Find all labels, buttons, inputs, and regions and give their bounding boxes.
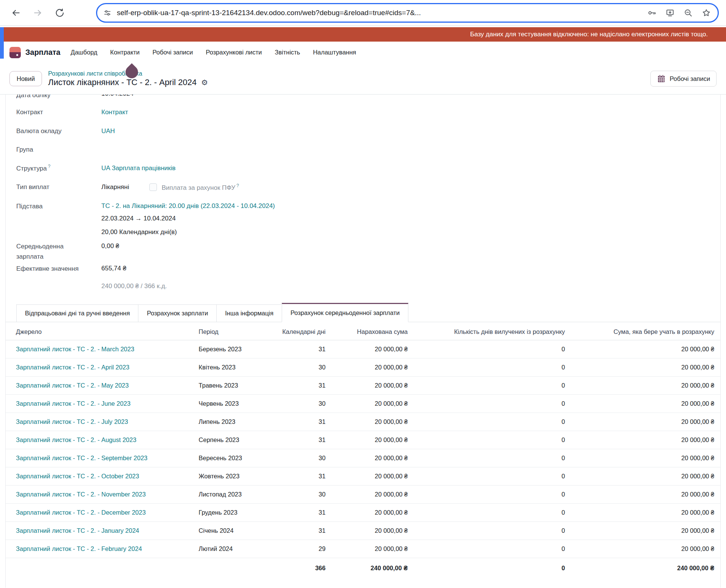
url-text[interactable]: self-erp-oblik-ua-17-qa-sprint-13-216421… [117,9,642,17]
counted-cell: 20 000,00 ₴ [570,467,720,486]
currency-link[interactable]: UAH [101,127,115,135]
zoom-out-icon[interactable] [684,8,693,17]
effective-value: 655,74 ₴ [101,265,126,272]
arrow-right-icon [33,8,43,18]
forward-button[interactable] [30,5,45,20]
window-edge-strip [0,27,4,59]
excluded-cell: 0 [413,467,570,486]
payroll-app-icon[interactable] [9,47,21,58]
days-cell: 30 [274,358,331,377]
footer-period-cell [199,558,273,579]
payslip-form: Дата обліку 10.04.2024 Контракт Контракт… [6,95,720,293]
avg-daily-value: 0,00 ₴ [101,241,119,250]
nav-settings[interactable]: Налаштування [307,49,363,56]
amount-cell: 20 000,00 ₴ [331,449,413,467]
payslip-link[interactable]: Зарплатний листок - ТС - 2. - October 20… [16,473,139,479]
group-row: Група [16,141,720,159]
payslip-link[interactable]: Зарплатний листок - ТС - 2. - August 202… [16,436,137,443]
amount-cell: 20 000,00 ₴ [331,522,413,540]
leave-link[interactable]: ТС - 2. на Лікарняний: 20.00 днів (22.03… [101,202,275,209]
new-button[interactable]: Новий [9,71,42,86]
avg-daily-label: Середньоденна зарплата [16,241,77,262]
structure-link[interactable]: UA Зарплата працівників [101,164,175,172]
days-cell: 31 [274,522,331,540]
payslip-link[interactable]: Зарплатний листок - ТС - 2. - March 2023 [16,346,134,352]
basis-value-stack: ТС - 2. на Лікарняний: 20.00 днів (22.03… [101,197,275,239]
days-cell: 31 [274,377,331,395]
payslip-link[interactable]: Зарплатний листок - ТС - 2. - May 2023 [16,382,129,389]
nav-work-entries[interactable]: Робочі записи [146,49,199,56]
omnibox-actions [647,8,711,17]
tab-other-info[interactable]: Інша інформація [216,304,282,322]
amount-cell: 20 000,00 ₴ [331,431,413,449]
payslip-link[interactable]: Зарплатний листок - ТС - 2. - April 2023 [16,364,129,371]
install-app-icon[interactable] [666,8,675,17]
breadcrumb-payslips-link[interactable]: Розрахункові листи співробітника [48,70,208,77]
table-row: Зарплатний листок - ТС - 2. - September … [6,449,720,467]
source-cell: Зарплатний листок - ТС - 2. - February 2… [6,540,199,558]
source-cell: Зарплатний листок - ТС - 2. - June 2023 [6,395,199,413]
counted-cell: 20 000,00 ₴ [570,540,720,558]
excluded-cell: 0 [413,522,570,540]
back-button[interactable] [8,5,23,20]
tab-salary-computation[interactable]: Розрахунок зарплати [138,304,217,322]
source-cell: Зарплатний листок - ТС - 2. - October 20… [6,467,199,486]
avg-daily-row: Середньоденна зарплата 0,00 ₴ [16,241,720,262]
accounting-date-label: Дата обліку [16,95,101,99]
url-bar[interactable]: self-erp-oblik-ua-17-qa-sprint-13-216421… [96,3,719,23]
payslip-link[interactable]: Зарплатний листок - ТС - 2. - February 2… [16,545,142,552]
footer-amount-total: 240 000,00 ₴ [331,558,413,579]
table-row: Зарплатний листок - ТС - 2. - March 2023… [6,340,720,358]
amount-cell: 20 000,00 ₴ [331,504,413,522]
breadcrumb: Розрахункові листи співробітника Листок … [48,70,208,87]
period-cell: Листопад 2023 [199,486,273,504]
table-row: Зарплатний листок - ТС - 2. - November 2… [6,486,720,504]
tab-worked-days[interactable]: Відпрацьовані дні та ручні введення [16,304,138,322]
counted-cell: 20 000,00 ₴ [570,395,720,413]
col-counted-amount: Сума, яка бере учать в розрахунку [570,322,720,340]
amount-cell: 20 000,00 ₴ [331,358,413,377]
site-settings-icon[interactable] [103,9,112,17]
nav-dashboard[interactable]: Дашборд [64,49,104,56]
payment-type-value: Лікарняні [101,183,129,191]
source-cell: Зарплатний листок - ТС - 2. - December 2… [6,504,199,522]
bookmark-star-icon[interactable] [702,8,711,17]
payslip-link[interactable]: Зарплатний листок - ТС - 2. - November 2… [16,491,146,498]
table-row: Зарплатний листок - ТС - 2. - January 20… [6,522,720,540]
payslip-link[interactable]: Зарплатний листок - ТС - 2. - December 2… [16,509,146,516]
tab-average-daily-wage[interactable]: Розрахунок середньоденної зарплати [282,303,408,322]
nav-reporting[interactable]: Звітність [268,49,307,56]
app-menu-payroll[interactable]: Зарплата [25,48,60,57]
structure-label: Структура? [16,163,101,174]
accounting-date-value: 10.04.2024 [101,95,133,99]
accounting-date-row-clipped: Дата обліку 10.04.2024 [16,95,720,99]
source-cell: Зарплатний листок - ТС - 2. - May 2023 [6,377,199,395]
nav-payslips[interactable]: Розрахункові листи [199,49,268,56]
payslip-link[interactable]: Зарплатний листок - ТС - 2. - July 2023 [16,418,128,425]
work-entries-button[interactable]: Робочі записи [650,71,717,87]
table-footer-row: 366 240 000,00 ₴ 0 240 000,00 ₴ [6,558,720,579]
payment-type-row: Тип виплат Лікарняні Виплата за рахунок … [16,178,720,197]
counted-cell: 20 000,00 ₴ [570,522,720,540]
page-title: Листок лікарняних - ТС - 2. - April 2024 [48,78,197,87]
amount-cell: 20 000,00 ₴ [331,340,413,358]
amount-cell: 20 000,00 ₴ [331,413,413,431]
effective-label: Ефективне значення [16,264,101,274]
form-sheet: Дата обліку 10.04.2024 Контракт Контракт… [5,95,721,588]
reload-button[interactable] [52,5,67,20]
payslip-link[interactable]: Зарплатний листок - ТС - 2. - September … [16,455,147,461]
period-cell: Квітень 2023 [199,358,273,377]
payslip-link[interactable]: Зарплатний листок - ТС - 2. - June 2023 [16,400,130,407]
nav-contracts[interactable]: Контракти [104,49,146,56]
contract-label: Контракт [16,107,101,117]
contract-link[interactable]: Контракт [101,109,128,116]
payslip-link[interactable]: Зарплатний листок - ТС - 2. - January 20… [16,527,139,534]
source-cell: Зарплатний листок - ТС - 2. - January 20… [6,522,199,540]
pfu-checkbox[interactable] [149,183,157,191]
gear-icon[interactable]: ⚙ [201,79,208,86]
key-icon[interactable] [647,8,656,17]
excluded-cell: 0 [413,431,570,449]
period-cell: Жовтень 2023 [199,467,273,486]
source-cell: Зарплатний листок - ТС - 2. - September … [6,449,199,467]
days-cell: 29 [274,540,331,558]
